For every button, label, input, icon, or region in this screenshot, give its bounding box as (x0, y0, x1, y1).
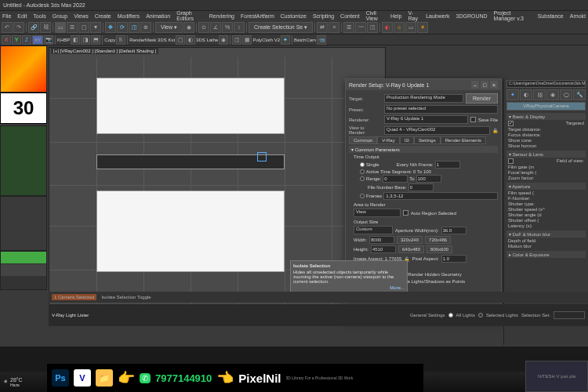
section-dof-motion[interactable]: ▾ DoF & Motion blur (506, 230, 586, 238)
schematic-button[interactable]: ◫ (367, 22, 378, 33)
minimize-icon[interactable]: – (471, 81, 479, 89)
preset-640x480[interactable]: 640x480 (398, 245, 424, 253)
section-basic-display[interactable]: ▾ Basic & Display (506, 113, 586, 120)
selection-set-dropdown[interactable]: Create Selection Se ▾ (249, 22, 313, 33)
modify-tab-icon[interactable]: ◐ (520, 89, 532, 100)
filter-button[interactable]: ▼ (90, 22, 101, 33)
menu-substance[interactable]: Substance (537, 13, 564, 19)
redo-button[interactable]: ↷ (13, 22, 24, 33)
every-nth-input[interactable] (435, 161, 460, 169)
fov-checkbox[interactable] (508, 158, 514, 164)
menu-forest[interactable]: ForestArtfarm (240, 13, 275, 19)
renderer-dropdown[interactable]: V-Ray 6 Update 1 (384, 115, 468, 124)
utilities-tab-icon[interactable]: 🔧 (573, 89, 586, 100)
menu-arnold[interactable]: Arnold (569, 13, 586, 19)
menu-rendering[interactable]: Rendering (209, 13, 235, 19)
menu-vray[interactable]: V-Ray (407, 10, 420, 21)
pixel-aspect-input[interactable] (441, 255, 466, 263)
menu-grapheditors[interactable]: Graph Editors (176, 10, 203, 21)
tool-a[interactable]: ◧ (71, 35, 80, 45)
menu-animation[interactable]: Animation (145, 13, 171, 19)
selection-set-dropdown[interactable] (554, 311, 585, 319)
menu-content[interactable]: Content (339, 13, 361, 19)
place-button[interactable]: ⊕ (140, 22, 151, 33)
radio-single[interactable] (360, 162, 365, 167)
section-color-exposure[interactable]: ▸ Color & Exposure (506, 251, 586, 258)
rotate-button[interactable]: ⟳ (117, 22, 128, 33)
camera-gizmo[interactable] (257, 152, 267, 162)
unlink-button[interactable]: ⛓ (40, 22, 51, 33)
preset-dropdown[interactable]: No preset selected (384, 105, 498, 114)
auto-region-checkbox[interactable] (403, 210, 408, 216)
mirror-button[interactable]: ⇄ (317, 22, 328, 33)
view-dropdown[interactable]: Quad 4 - VRayCam002 (384, 126, 490, 135)
frames-input[interactable] (383, 192, 498, 200)
geometry-mid[interactable] (96, 154, 285, 170)
save-file-checkbox[interactable] (470, 117, 476, 122)
radio-active-segment[interactable] (360, 169, 365, 174)
viewport-label[interactable]: [+] [VRayCam002 ] [Standard ] [Default S… (51, 48, 158, 54)
material-editor-button[interactable]: ◐ (382, 22, 393, 33)
curve-editor-button[interactable]: 〰 (355, 22, 366, 33)
radio-selected-lights[interactable] (478, 313, 483, 318)
pc-a[interactable]: ◫ (232, 35, 241, 45)
output-preset-dropdown[interactable]: Custom (354, 226, 393, 234)
x-axis-button[interactable]: X (2, 35, 11, 45)
xy-plane-button[interactable]: XY (32, 35, 43, 45)
move-button[interactable]: ✥ (105, 22, 116, 33)
z-axis-button[interactable]: Z (22, 35, 31, 45)
menu-pm[interactable]: Project Manager v.3 (493, 10, 532, 21)
tool-b[interactable]: ◨ (81, 35, 90, 45)
height-input[interactable] (371, 245, 396, 253)
geometry-bottom[interactable] (96, 191, 285, 272)
target-dropdown[interactable]: Production Rendering Mode (384, 94, 463, 103)
targeted-checkbox[interactable] (508, 121, 514, 126)
cam-icon[interactable]: 📷 (44, 35, 53, 45)
tab-vray[interactable]: V-Ray (377, 136, 399, 144)
menu-create[interactable]: Create (94, 13, 112, 19)
range-to-input[interactable] (416, 175, 441, 183)
width-input[interactable] (369, 236, 394, 244)
weather-widget[interactable]: ☀ 28°CHaze (3, 377, 23, 387)
render-button[interactable]: Render (466, 93, 498, 103)
menu-tools[interactable]: Tools (32, 13, 46, 19)
dialog-titlebar[interactable]: Render Setup: V-Ray 6 Update 1 – □ × (346, 79, 501, 90)
menu-civilview[interactable]: Civil View (365, 10, 385, 21)
scale-button[interactable]: ◫ (129, 22, 140, 33)
aperture-input[interactable] (441, 227, 466, 234)
geometry-top[interactable] (96, 78, 285, 134)
menu-group[interactable]: Group (52, 13, 68, 19)
menu-edit[interactable]: Edit (16, 13, 27, 19)
radio-all-lights[interactable] (448, 313, 453, 318)
menu-customize[interactable]: Customize (280, 13, 307, 19)
menu-file[interactable]: File (2, 13, 12, 19)
range-from-input[interactable] (383, 175, 408, 183)
batchcam-button[interactable]: 📹 (317, 35, 326, 45)
ref-coord-dropdown[interactable]: View ▾ (155, 22, 183, 33)
tooltip-more-link[interactable]: More... (390, 285, 405, 290)
preset-720x486[interactable]: 720x486 (425, 236, 451, 244)
pc-b[interactable]: ▦ (242, 35, 252, 45)
maximize-icon[interactable]: □ (481, 81, 488, 89)
link-button[interactable]: 🔗 (28, 22, 39, 33)
menu-modifiers[interactable]: Modifiers (117, 13, 140, 19)
spinner-snap-button[interactable]: ↕ (234, 22, 245, 33)
render-setup-button[interactable]: ☼ (394, 22, 405, 33)
hierarchy-tab-icon[interactable]: ⛓ (533, 89, 546, 100)
align-button[interactable]: ≡ (328, 22, 339, 33)
rm-b[interactable]: ◐ (186, 35, 195, 45)
section-sensor-lens[interactable]: ▾ Sensor & Lens (506, 151, 586, 158)
menu-laubwerk[interactable]: Laubwerk (425, 13, 450, 19)
tab-settings[interactable]: Settings (414, 136, 441, 144)
section-aperture[interactable]: ▾ Aperture (506, 183, 586, 190)
display-tab-icon[interactable]: 🖵 (560, 89, 572, 100)
radio-frames[interactable] (360, 194, 365, 198)
menu-3dground[interactable]: 3DGROUND (456, 13, 488, 19)
area-dropdown[interactable]: View (354, 209, 401, 217)
undo-button[interactable]: ↶ (2, 22, 13, 33)
create-tab-icon[interactable]: ✦ (506, 89, 519, 100)
rm-a[interactable]: ▢ (176, 35, 185, 45)
menu-views[interactable]: Views (73, 13, 89, 19)
tab-gi[interactable]: GI (400, 136, 414, 144)
polycloth-button[interactable]: ✦ (281, 35, 290, 45)
